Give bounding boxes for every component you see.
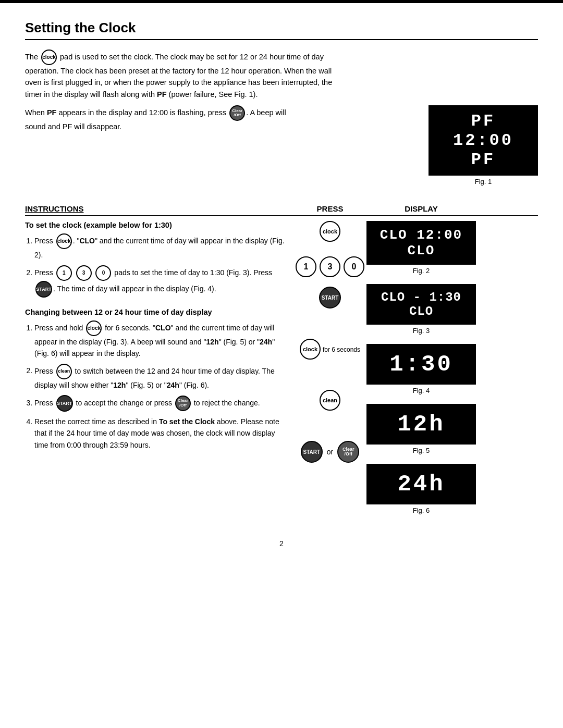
press-s2-step1: clock for 6 seconds [296,339,364,360]
start-press-btn1[interactable]: START [319,287,341,309]
intro-para2: When PF appears in the display and 12:00… [25,105,307,132]
clean-btn-s2[interactable]: clean [56,364,72,379]
start-btn-s2[interactable]: START [56,395,73,412]
display-fig6: 24h [366,464,476,504]
clock-icon-inline: clock [41,50,57,65]
page-number: 2 [25,539,538,548]
press-step2a: 1 3 0 [296,256,364,277]
header-display: DISPLAY [364,204,479,213]
section2-title: Changing between 12 or 24 hour time of d… [25,308,286,316]
instructions-col: To set the clock (example below for 1:30… [25,221,296,461]
intro-para1: The clock pad is used to set the clock. … [25,50,348,100]
fig5-label: Fig. 5 [413,447,430,454]
display-fig4: 1:30 [366,344,476,385]
section1-step2: Press 1 3 0 pads to set the time of day … [34,265,286,298]
clock-btn-s2a[interactable]: clock [86,320,102,336]
zero-btn[interactable]: 0 [95,265,111,281]
clear-btn-s2[interactable]: Clear/Off [175,396,191,411]
fig2-label: Fig. 2 [413,267,430,275]
press-col: clock 1 3 0 START clock f [296,221,364,467]
section2-steps: Press and hold clock for 6 seconds. "CLO… [25,320,286,451]
section2-step4: Reset the correct time as described in T… [34,416,286,451]
press-step2b: START [296,287,364,309]
for-6-seconds-label: for 6 seconds [323,346,360,353]
header-press: PRESS [296,204,364,213]
or-label: or [327,448,333,456]
column-headers: INSTRUCTIONS PRESS DISPLAY [25,204,538,216]
start-press-btn2[interactable]: START [301,441,323,463]
fig6-label: Fig. 6 [413,507,430,514]
main-layout: To set the clock (example below for 1:30… [25,221,538,524]
zero-press-btn[interactable]: 0 [344,256,364,277]
clear-press-btn[interactable]: Clear/Off [337,441,359,463]
number-btns-group: 1 3 0 [296,256,364,277]
three-btn[interactable]: 3 [76,265,92,281]
press-s2-step3: START or Clear/Off [296,441,364,463]
section1: To set the clock (example below for 1:30… [25,221,286,297]
section1-title: To set the clock (example below for 1:30… [25,221,286,229]
three-press-btn[interactable]: 3 [320,256,340,277]
clock-press-btn2[interactable]: clock [300,339,321,360]
section2: Changing between 12 or 24 hour time of d… [25,308,286,451]
press-step1: clock [296,221,364,242]
fig3-label: Fig. 3 [413,327,430,335]
display-col: CLO 12:00 CLO Fig. 2 CLO - 1:30 CLO Fig.… [364,221,479,524]
one-btn[interactable]: 1 [56,265,72,281]
clean-press-btn[interactable]: clean [320,390,340,411]
header-instructions: INSTRUCTIONS [25,204,296,213]
display-fig3: CLO - 1:30 CLO [366,284,476,325]
section1-steps: Press clock. "CLO" and the current time … [25,233,286,297]
press-s2-step2: clean [296,390,364,411]
fig4-label: Fig. 4 [413,387,430,394]
display-fig1: PF 12:00 PF [429,105,538,176]
clock-press-btn1[interactable]: clock [320,221,340,242]
section2-step2: Press clean to switch between the 12 and… [34,364,286,391]
start-btn-s1[interactable]: START [35,281,52,298]
section2-step3: Press START to accept the change or pres… [34,395,286,412]
one-press-btn[interactable]: 1 [296,256,316,277]
display-fig5: 12h [366,404,476,445]
fig1-label: Fig. 1 [475,178,492,186]
page-title: Setting the Clock [25,20,538,40]
clock-btn-s1[interactable]: clock [56,233,72,249]
display-fig2: CLO 12:00 CLO [366,221,476,265]
clear-off-btn-inline[interactable]: Clear/Off [229,105,245,121]
section2-step1: Press and hold clock for 6 seconds. "CLO… [34,320,286,360]
section1-step1: Press clock. "CLO" and the current time … [34,233,286,261]
